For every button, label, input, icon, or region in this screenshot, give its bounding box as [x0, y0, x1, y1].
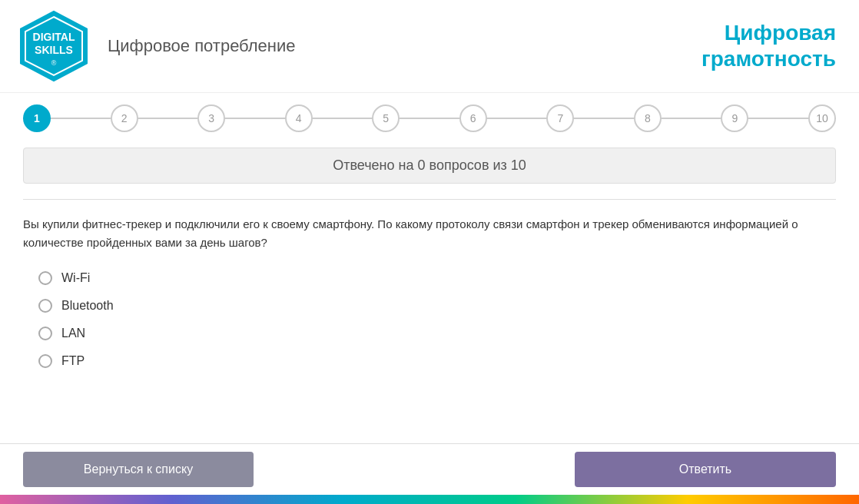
option-ftp[interactable]: FTP [38, 354, 836, 368]
step-9[interactable]: 9 [721, 104, 748, 132]
step-6[interactable]: 6 [459, 104, 487, 132]
options-list: Wi-Fi Bluetooth LAN FTP [23, 271, 836, 368]
option-wifi[interactable]: Wi-Fi [38, 271, 836, 285]
svg-text:DIGITAL: DIGITAL [33, 31, 75, 43]
radio-bluetooth[interactable] [38, 299, 52, 313]
step-7[interactable]: 7 [546, 104, 574, 132]
option-bluetooth-label: Bluetooth [61, 299, 114, 313]
step-3[interactable]: 3 [197, 104, 225, 132]
step-2[interactable]: 2 [111, 104, 138, 132]
step-8[interactable]: 8 [634, 104, 662, 132]
main-content: 1 2 3 4 5 6 7 8 9 10 Отвечено на 0 вопро… [0, 93, 859, 443]
answer-button[interactable]: Ответить [575, 452, 836, 487]
option-bluetooth[interactable]: Bluetooth [38, 299, 836, 313]
header: DIGITAL SKILLS ® Цифровое потребление Ци… [0, 0, 859, 93]
header-left: DIGITAL SKILLS ® Цифровое потребление [15, 8, 295, 85]
answer-count-bar: Отвечено на 0 вопросов из 10 [23, 148, 836, 184]
bottom-bar [0, 495, 859, 504]
step-4[interactable]: 4 [285, 104, 313, 132]
logo: DIGITAL SKILLS ® [15, 8, 92, 85]
question-text: Вы купили фитнес-трекер и подключили его… [23, 215, 836, 252]
radio-wifi[interactable] [38, 271, 52, 285]
progress-bar: 1 2 3 4 5 6 7 8 9 10 [23, 104, 836, 132]
back-button[interactable]: Вернуться к списку [23, 452, 254, 487]
option-lan[interactable]: LAN [38, 327, 836, 340]
radio-ftp[interactable] [38, 354, 52, 368]
divider-top [23, 199, 836, 200]
svg-text:SKILLS: SKILLS [35, 44, 73, 56]
radio-lan[interactable] [38, 327, 52, 340]
step-10[interactable]: 10 [808, 104, 836, 132]
option-ftp-label: FTP [61, 354, 85, 368]
brand-title: Цифровая грамотность [701, 20, 836, 71]
footer: Вернуться к списку Ответить [0, 444, 859, 495]
option-wifi-label: Wi-Fi [61, 271, 90, 285]
page-title: Цифровое потребление [108, 36, 295, 56]
step-1[interactable]: 1 [23, 104, 51, 132]
step-5[interactable]: 5 [372, 104, 400, 132]
progress-steps: 1 2 3 4 5 6 7 8 9 10 [23, 104, 836, 132]
option-lan-label: LAN [61, 327, 85, 340]
logo-icon: DIGITAL SKILLS ® [15, 8, 92, 85]
svg-text:®: ® [51, 59, 57, 67]
